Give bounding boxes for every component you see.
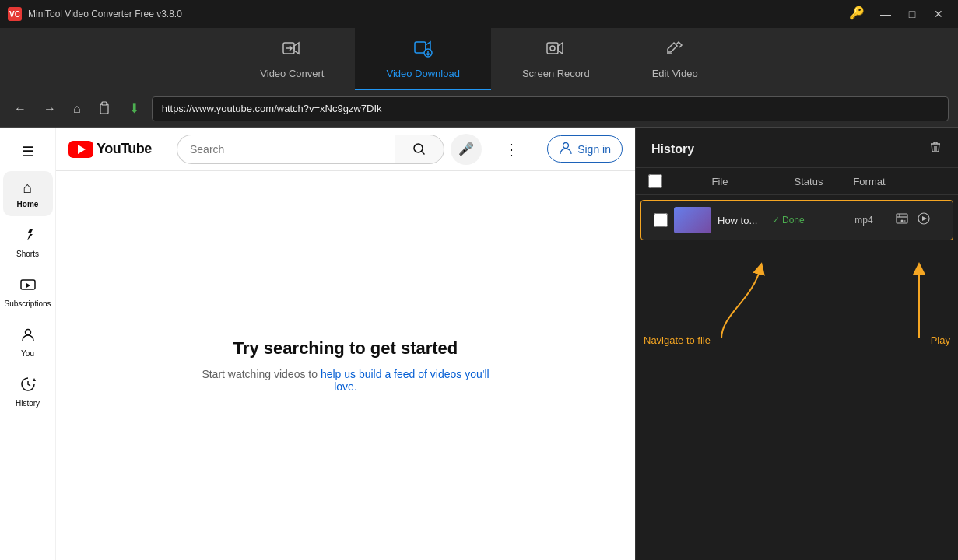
select-all-checkbox[interactable] (648, 174, 662, 188)
home-button[interactable]: ⌂ (68, 99, 86, 119)
history-icon (20, 376, 36, 396)
you-icon (20, 327, 36, 346)
play-button[interactable] (915, 210, 932, 230)
history-row[interactable]: How to... ✓ Done mp4 (640, 200, 953, 240)
youtube-logo-text: YouTube (97, 141, 152, 157)
video-thumbnail (674, 207, 711, 233)
close-button[interactable]: ✕ (927, 5, 950, 23)
tab-edit-video-label: Edit Video (652, 68, 698, 79)
mic-button[interactable]: 🎤 (451, 134, 482, 165)
navigate-label: Navigate to file (644, 334, 711, 346)
key-icon: 🔑 (849, 5, 865, 23)
history-delete-button[interactable] (928, 140, 942, 158)
signin-button[interactable]: Sign in (547, 135, 623, 163)
tab-edit-video[interactable]: Edit Video (621, 28, 729, 90)
window-controls: 🔑 — □ ✕ (849, 5, 950, 23)
sidebar-shorts-label: Shorts (16, 250, 39, 258)
tab-video-convert[interactable]: Video Convert (229, 28, 355, 90)
col-format: Format (846, 176, 893, 187)
empty-state: Try searching to get started Start watch… (190, 338, 501, 393)
sidebar-history-label: History (16, 399, 40, 408)
title-bar-left: VC MiniTool Video Converter Free v3.8.0 (8, 7, 182, 21)
empty-state-title: Try searching to get started (190, 338, 501, 359)
checkmark-icon: ✓ (772, 215, 780, 226)
navigate-arrow-svg (659, 253, 784, 346)
svg-point-12 (901, 220, 904, 222)
back-button[interactable]: ← (9, 99, 31, 119)
browser-panel: ☰ ⌂ Home Shorts (0, 128, 635, 560)
col-status: Status (777, 176, 840, 187)
sidebar-item-history[interactable]: History (3, 369, 53, 415)
nav-tabs: Video Convert Video Download Screen Reco… (0, 28, 958, 90)
svg-point-4 (550, 46, 555, 51)
history-panel: History File Status Format How to... ✓ (635, 128, 958, 560)
more-options-button[interactable]: ⋮ (500, 137, 522, 162)
maximize-button[interactable]: □ (900, 5, 924, 23)
video-download-icon (413, 38, 433, 63)
app-logo: VC (8, 7, 22, 21)
screen-record-icon (546, 38, 566, 63)
file-format: mp4 (840, 215, 887, 226)
history-header: History (636, 128, 958, 168)
title-bar: VC MiniTool Video Converter Free v3.8.0 … (0, 0, 958, 28)
svg-point-9 (414, 144, 423, 152)
svg-rect-5 (100, 104, 108, 114)
search-bar: 🎤 (177, 134, 482, 165)
thumbnail-image (674, 207, 711, 233)
annotations-area: Navigate to file Play (636, 245, 958, 560)
svg-point-10 (563, 143, 569, 149)
tab-video-convert-label: Video Convert (260, 68, 324, 79)
video-convert-icon (282, 38, 302, 63)
app-title: MiniTool Video Converter Free v3.8.0 (28, 9, 182, 19)
sidebar-item-shorts[interactable]: Shorts (3, 219, 53, 266)
hamburger-menu[interactable]: ☰ (14, 135, 42, 168)
help-link[interactable]: help us build a feed of videos you'll lo… (321, 368, 490, 393)
sidebar-item-home[interactable]: ⌂ Home (3, 171, 53, 216)
file-name: How to... (718, 215, 766, 226)
svg-point-8 (25, 330, 30, 335)
history-title: History (651, 142, 694, 156)
history-table-header: File Status Format (636, 168, 958, 195)
row-actions (893, 210, 940, 230)
sidebar-subscriptions-label: Subscriptions (4, 299, 51, 308)
edit-video-icon (665, 38, 685, 63)
browser-bar: ← → ⌂ ⬇ (0, 90, 958, 128)
empty-state-subtitle: Start watching videos to help us build a… (190, 368, 501, 393)
sidebar-you-label: You (21, 349, 34, 358)
youtube-logo-icon (68, 141, 93, 158)
sidebar-home-label: Home (17, 200, 39, 208)
youtube-header: YouTube 🎤 ⋮ (56, 128, 635, 171)
signin-label: Sign in (577, 143, 611, 156)
youtube-sidebar: ☰ ⌂ Home Shorts (0, 128, 56, 560)
paste-button[interactable] (93, 97, 117, 121)
navigate-to-file-button[interactable] (893, 210, 911, 230)
url-input[interactable] (152, 96, 949, 121)
search-button[interactable] (395, 135, 444, 164)
youtube-logo[interactable]: YouTube (68, 141, 152, 158)
svg-rect-3 (547, 43, 558, 54)
youtube-content: Try searching to get started Start watch… (56, 171, 635, 560)
forward-button[interactable]: → (39, 99, 61, 119)
shorts-icon (20, 227, 36, 247)
tab-video-download-label: Video Download (386, 68, 459, 79)
play-arrow-svg (888, 253, 950, 346)
home-icon: ⌂ (23, 179, 32, 197)
youtube-main: YouTube 🎤 ⋮ (56, 128, 635, 560)
download-button[interactable]: ⬇ (125, 98, 144, 119)
col-file: File (668, 176, 771, 187)
tab-screen-record-label: Screen Record (522, 68, 590, 79)
main-content: ☰ ⌂ Home Shorts (0, 128, 958, 560)
row-checkbox[interactable] (654, 213, 668, 227)
minimize-button[interactable]: — (874, 5, 897, 23)
play-label: Play (931, 334, 950, 346)
sidebar-item-subscriptions[interactable]: Subscriptions (3, 269, 53, 316)
signin-icon (559, 141, 573, 157)
download-status: ✓ Done (772, 215, 834, 226)
sidebar-item-you[interactable]: You (3, 319, 53, 366)
tab-video-download[interactable]: Video Download (355, 28, 490, 90)
search-input[interactable] (177, 135, 395, 164)
subscriptions-icon (20, 277, 36, 296)
svg-rect-6 (102, 102, 107, 105)
tab-screen-record[interactable]: Screen Record (491, 28, 621, 90)
